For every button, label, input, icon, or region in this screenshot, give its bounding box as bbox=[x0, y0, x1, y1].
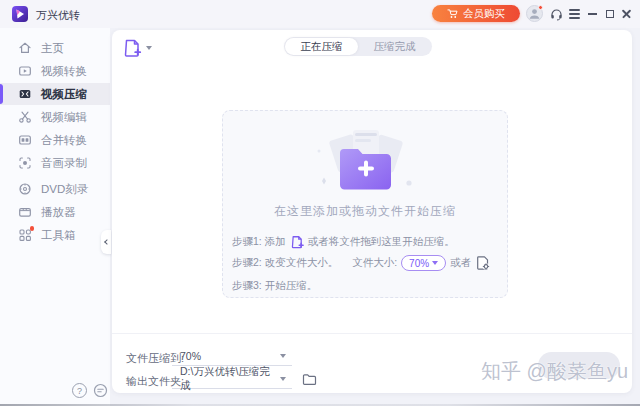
chevron-down-icon bbox=[280, 354, 286, 358]
dropzone-hint-text: 在这里添加或拖动文件开始压缩 bbox=[223, 203, 507, 220]
sidebar-item-label: DVD刻录 bbox=[41, 182, 88, 197]
step-2-row: 步骤2: 改变文件大小。 文件大小: 70% 或者 bbox=[232, 255, 491, 271]
folder-add-illustration bbox=[306, 121, 426, 201]
sidebar-item-video-convert[interactable]: 视频转换 bbox=[0, 60, 110, 82]
compress-to-dropdown[interactable]: 70% bbox=[172, 347, 292, 366]
merge-convert-icon bbox=[18, 133, 32, 147]
sidebar-item-video-edit[interactable]: 视频编辑 bbox=[0, 106, 110, 128]
toolbox-badge-dot bbox=[30, 226, 35, 231]
tab-compressing[interactable]: 正在压缩 bbox=[285, 38, 358, 55]
chevron-down-icon bbox=[280, 377, 286, 381]
user-avatar[interactable] bbox=[526, 5, 543, 22]
sidebar-item-label: 工具箱 bbox=[41, 228, 76, 243]
notification-dot bbox=[538, 5, 543, 10]
home-icon bbox=[18, 41, 32, 55]
sidebar-item-label: 视频编辑 bbox=[41, 110, 87, 125]
buy-membership-button[interactable]: 会员购买 bbox=[432, 5, 520, 22]
cart-icon bbox=[447, 9, 458, 19]
sidebar-item-label: 播放器 bbox=[41, 205, 76, 220]
folder-icon bbox=[302, 373, 317, 386]
buy-membership-label: 会员购买 bbox=[463, 7, 505, 21]
window-close-button[interactable] bbox=[620, 8, 634, 20]
add-file-button[interactable] bbox=[120, 36, 158, 60]
sidebar-item-label: 视频转换 bbox=[41, 64, 87, 79]
titlebar: 万兴优转 会员购买 bbox=[0, 0, 640, 28]
sidebar-collapse-handle[interactable] bbox=[101, 230, 111, 254]
sidebar-item-label: 合并转换 bbox=[41, 133, 87, 148]
app-logo-icon bbox=[12, 6, 28, 22]
chevron-left-icon bbox=[104, 239, 110, 245]
video-convert-icon bbox=[18, 64, 32, 78]
sidebar-item-merge-convert[interactable]: 合并转换 bbox=[0, 129, 110, 151]
feedback-icon[interactable] bbox=[93, 383, 108, 398]
sidebar-item-label: 主页 bbox=[41, 41, 64, 56]
sidebar-item-home[interactable]: 主页 bbox=[0, 37, 110, 59]
window-maximize-button[interactable] bbox=[603, 8, 617, 20]
sidebar-item-video-compress[interactable]: 视频压缩 bbox=[0, 83, 110, 105]
help-icon[interactable]: ? bbox=[72, 383, 87, 398]
add-file-icon bbox=[290, 235, 304, 249]
output-folder-dropdown[interactable]: D:\万兴优转\压缩完成 bbox=[172, 370, 292, 389]
toolbox-icon bbox=[18, 228, 32, 242]
sidebar-item-label: 视频压缩 bbox=[41, 87, 87, 102]
file-settings-icon[interactable] bbox=[475, 255, 491, 271]
compress-button[interactable] bbox=[538, 352, 620, 379]
sidebar-item-dvd-burn[interactable]: DVD刻录 bbox=[0, 178, 110, 200]
player-icon bbox=[18, 205, 32, 219]
sidebar-item-record[interactable]: 音画录制 bbox=[0, 152, 110, 174]
support-headset-icon[interactable] bbox=[548, 7, 564, 21]
sidebar: 主页 视频转换 视频压缩 视频编辑 合并转换 bbox=[0, 28, 110, 406]
scissors-icon bbox=[18, 110, 32, 124]
add-file-icon bbox=[122, 38, 142, 58]
video-compress-icon bbox=[18, 87, 32, 101]
file-dropzone[interactable]: 在这里添加或拖动文件开始压缩 步骤1: 添加 或者将文件拖到这里开始压缩。 步骤… bbox=[222, 110, 508, 298]
compress-status-tabs: 正在压缩 压缩完成 bbox=[284, 37, 432, 56]
step-3-row: 步骤3: 开始压缩。 bbox=[232, 279, 317, 293]
app-title: 万兴优转 bbox=[36, 8, 80, 23]
step-1-row: 步骤1: 添加 或者将文件拖到这里开始压缩。 bbox=[232, 235, 455, 249]
tab-compress-finished[interactable]: 压缩完成 bbox=[358, 38, 431, 55]
sidebar-item-toolbox[interactable]: 工具箱 bbox=[0, 224, 110, 246]
chevron-down-icon bbox=[146, 46, 152, 50]
browse-folder-button[interactable] bbox=[300, 371, 318, 387]
menu-hamburger-icon[interactable] bbox=[566, 7, 582, 21]
app-window: 万兴优转 会员购买 bbox=[0, 0, 640, 406]
footer-divider bbox=[112, 333, 632, 334]
chevron-down-icon bbox=[432, 261, 438, 265]
main-panel: 正在压缩 压缩完成 bbox=[112, 30, 632, 393]
sidebar-item-label: 音画录制 bbox=[41, 156, 87, 171]
file-size-dropdown[interactable]: 70% bbox=[401, 255, 446, 271]
dvd-disc-icon bbox=[18, 182, 32, 196]
record-icon bbox=[18, 156, 32, 170]
window-minimize-button[interactable] bbox=[585, 8, 599, 20]
sidebar-item-player[interactable]: 播放器 bbox=[0, 201, 110, 223]
